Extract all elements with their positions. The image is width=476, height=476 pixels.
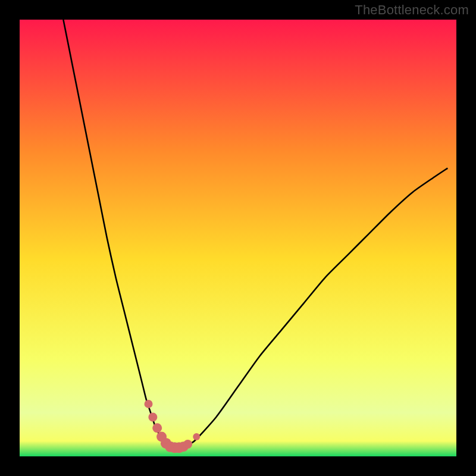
minimum-dot [152,423,162,433]
minimum-dot [183,440,192,449]
watermark-text: TheBottleneck.com [355,2,469,18]
bottleneck-chart [0,0,476,476]
minimum-dot [145,400,153,408]
chart-stage: TheBottleneck.com [0,0,476,476]
plot-background [20,20,456,456]
minimum-dot [193,433,200,440]
minimum-dot [148,412,157,421]
